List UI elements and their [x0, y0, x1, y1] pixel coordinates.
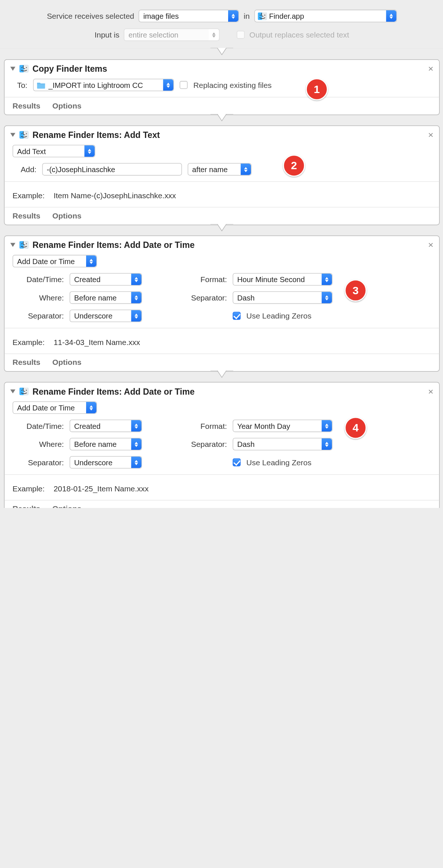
example-row: Example:Item Name-(c)JosephLinaschke.xxx — [13, 192, 176, 200]
finder-icon — [20, 240, 29, 250]
add-text-input[interactable] — [42, 163, 182, 175]
action-footer: Results Options — [4, 354, 439, 371]
app-popup[interactable]: Finder.app — [254, 10, 397, 22]
action-copy-finder-items[interactable]: Copy Finder Items × To: _IMPORT into Lig… — [4, 59, 440, 115]
datetime-popup[interactable]: Created — [70, 273, 142, 285]
action-rename-add-datetime-2[interactable]: Rename Finder Items: Add Date or Time × … — [4, 382, 440, 508]
close-icon[interactable]: × — [428, 64, 433, 74]
in-label: in — [244, 12, 249, 20]
rename-op-popup[interactable]: Add Text — [13, 145, 95, 157]
connector — [2, 371, 442, 383]
finder-icon — [20, 387, 29, 396]
separator1-popup[interactable]: Underscore — [70, 456, 142, 469]
annotation-badge-3: 3 — [344, 280, 366, 302]
close-icon[interactable]: × — [428, 240, 433, 250]
input-scope-popup: entire selection — [124, 29, 220, 41]
options-tab[interactable]: Options — [52, 211, 81, 221]
example-row: Example:11-34-03_Item Name.xxx — [13, 338, 140, 346]
where-popup[interactable]: Before name — [70, 438, 142, 450]
example-row: Example:2018-01-25_Item Name.xxx — [13, 484, 149, 493]
action-rename-add-datetime-1[interactable]: Rename Finder Items: Add Date or Time × … — [4, 235, 440, 371]
results-tab[interactable]: Results — [13, 101, 40, 110]
results-tab[interactable]: Results — [13, 211, 40, 221]
folder-icon — [36, 81, 46, 90]
separator1-popup[interactable]: Underscore — [70, 310, 142, 322]
disclosure-triangle-icon[interactable] — [10, 133, 15, 137]
datetime-popup[interactable]: Created — [70, 420, 142, 432]
annotation-badge-4: 4 — [344, 417, 366, 439]
format-popup[interactable]: Year Month Day — [233, 420, 332, 432]
output-replaces-checkbox — [237, 31, 245, 39]
separator2-popup[interactable]: Dash — [233, 291, 332, 304]
action-rename-add-text-1[interactable]: Rename Finder Items: Add Text × Add Text… — [4, 125, 440, 225]
close-icon[interactable]: × — [428, 387, 433, 397]
action-title: Rename Finder Items: Add Text — [32, 130, 160, 139]
options-tab[interactable]: Options — [52, 357, 81, 367]
position-popup[interactable]: after name — [188, 163, 252, 175]
annotation-badge-2: 2 — [283, 154, 305, 177]
leading-zeros-checkbox[interactable] — [233, 312, 241, 320]
options-tab[interactable]: Options — [52, 504, 81, 508]
annotation-badge-1: 1 — [306, 78, 328, 100]
action-footer: Results Options — [4, 207, 439, 224]
separator2-popup[interactable]: Dash — [233, 438, 332, 450]
action-title: Rename Finder Items: Add Date or Time — [32, 387, 195, 396]
results-tab[interactable]: Results — [13, 357, 40, 367]
where-popup[interactable]: Before name — [70, 291, 142, 304]
disclosure-triangle-icon[interactable] — [10, 389, 15, 394]
disclosure-triangle-icon[interactable] — [10, 67, 15, 71]
rename-op-popup[interactable]: Add Date or Time — [13, 401, 97, 414]
service-receives-label: Service receives selected — [47, 12, 134, 20]
output-replaces-label: Output replaces selected text — [249, 31, 349, 39]
add-label: Add: — [13, 165, 36, 174]
finder-icon — [258, 11, 267, 21]
leading-zeros-checkbox[interactable] — [233, 458, 241, 466]
results-tab[interactable]: Results — [13, 504, 40, 508]
options-tab[interactable]: Options — [52, 101, 81, 110]
input-is-label: Input is — [95, 31, 119, 39]
close-icon[interactable]: × — [428, 130, 433, 140]
connector — [2, 49, 442, 60]
finder-icon — [20, 64, 29, 74]
to-label: To: — [13, 81, 27, 89]
workflow-input-bar: Service receives selected image files in… — [0, 0, 443, 49]
action-footer: Results Options — [4, 501, 439, 508]
replace-files-label: Replacing existing files — [193, 81, 272, 89]
disclosure-triangle-icon[interactable] — [10, 243, 15, 247]
connector — [2, 115, 442, 126]
action-title: Rename Finder Items: Add Date or Time — [32, 240, 195, 250]
connector — [2, 225, 442, 236]
action-title: Copy Finder Items — [32, 64, 107, 74]
finder-icon — [20, 130, 29, 139]
input-type-popup[interactable]: image files — [139, 10, 239, 22]
rename-op-popup[interactable]: Add Date or Time — [13, 255, 97, 267]
replace-files-checkbox[interactable] — [180, 81, 188, 89]
action-footer: Results Options — [4, 97, 439, 115]
destination-folder-popup[interactable]: _IMPORT into Lightroom CC — [33, 79, 174, 91]
format-popup[interactable]: Hour Minute Second — [233, 273, 332, 285]
